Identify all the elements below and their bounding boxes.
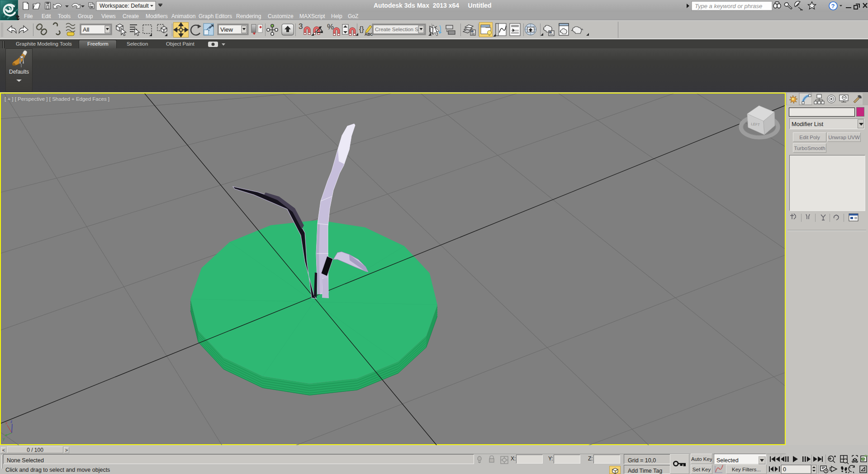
svg-text:ABC: ABC [365,32,373,37]
svg-text:Workspace: Default: Workspace: Default [100,3,149,9]
svg-text:[ + ] [ Perspective ] [ Shaded: [ + ] [ Perspective ] [ Shaded + Edged F… [5,96,109,102]
svg-text:All: All [83,26,90,33]
svg-text:%: % [327,23,334,31]
svg-text:y: y [3,436,5,441]
svg-text:3: 3 [299,22,303,31]
svg-text:0: 0 [783,466,786,473]
svg-text:View: View [220,26,233,33]
svg-text:Type a keyword or phrase: Type a keyword or phrase [695,3,762,9]
svg-text:{}: {} [359,25,364,33]
svg-text:Create Selection Se: Create Selection Se [375,27,421,32]
svg-text:?: ? [831,3,835,9]
svg-text:z: z [10,419,13,424]
svg-text:x: x [5,421,8,425]
